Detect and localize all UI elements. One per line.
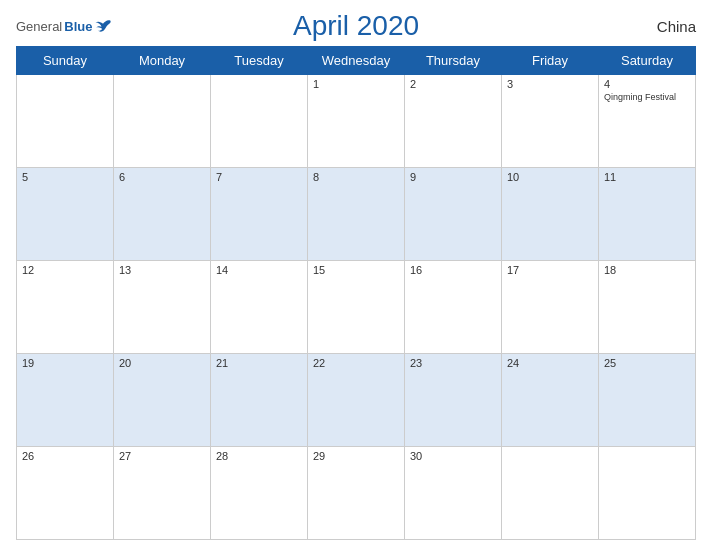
day-number: 8 [313,171,399,183]
table-row: 8 [308,168,405,261]
logo-blue-text: Blue [64,19,92,34]
day-number: 25 [604,357,690,369]
day-number: 12 [22,264,108,276]
calendar-table: Sunday Monday Tuesday Wednesday Thursday… [16,46,696,540]
day-number: 18 [604,264,690,276]
calendar-week-row: 1234Qingming Festival [17,75,696,168]
table-row: 30 [405,447,502,540]
day-number: 24 [507,357,593,369]
calendar-header: General Blue April 2020 China [16,10,696,42]
table-row: 5 [17,168,114,261]
day-number: 4 [604,78,690,90]
table-row: 29 [308,447,405,540]
day-number: 11 [604,171,690,183]
day-number: 22 [313,357,399,369]
table-row: 14 [211,261,308,354]
table-row [599,447,696,540]
day-number: 13 [119,264,205,276]
col-tuesday: Tuesday [211,47,308,75]
calendar-week-row: 567891011 [17,168,696,261]
table-row: 15 [308,261,405,354]
table-row: 12 [17,261,114,354]
table-row: 16 [405,261,502,354]
table-row: 2 [405,75,502,168]
calendar-week-row: 19202122232425 [17,354,696,447]
table-row: 9 [405,168,502,261]
table-row: 13 [114,261,211,354]
col-sunday: Sunday [17,47,114,75]
day-number: 27 [119,450,205,462]
col-wednesday: Wednesday [308,47,405,75]
day-number: 26 [22,450,108,462]
table-row: 26 [17,447,114,540]
table-row: 4Qingming Festival [599,75,696,168]
day-number: 5 [22,171,108,183]
day-number: 19 [22,357,108,369]
table-row: 27 [114,447,211,540]
day-number: 16 [410,264,496,276]
table-row: 19 [17,354,114,447]
month-title: April 2020 [293,10,419,42]
day-number: 7 [216,171,302,183]
bird-icon [94,19,112,33]
calendar-week-row: 12131415161718 [17,261,696,354]
table-row: 20 [114,354,211,447]
table-row: 17 [502,261,599,354]
table-row [211,75,308,168]
table-row: 3 [502,75,599,168]
day-number: 14 [216,264,302,276]
table-row: 10 [502,168,599,261]
col-thursday: Thursday [405,47,502,75]
event-label: Qingming Festival [604,92,690,102]
table-row: 28 [211,447,308,540]
table-row: 24 [502,354,599,447]
table-row: 6 [114,168,211,261]
table-row [502,447,599,540]
logo-general-text: General [16,19,62,34]
table-row: 21 [211,354,308,447]
day-number: 3 [507,78,593,90]
day-number: 6 [119,171,205,183]
table-row: 11 [599,168,696,261]
day-number: 21 [216,357,302,369]
logo: General Blue [16,19,106,34]
table-row: 22 [308,354,405,447]
country-label: China [606,18,696,35]
weekday-header-row: Sunday Monday Tuesday Wednesday Thursday… [17,47,696,75]
table-row: 23 [405,354,502,447]
col-monday: Monday [114,47,211,75]
table-row: 25 [599,354,696,447]
col-friday: Friday [502,47,599,75]
day-number: 30 [410,450,496,462]
table-row: 1 [308,75,405,168]
calendar-week-row: 2627282930 [17,447,696,540]
table-row [114,75,211,168]
day-number: 29 [313,450,399,462]
table-row: 7 [211,168,308,261]
day-number: 15 [313,264,399,276]
logo-blue-section: Blue [64,19,112,34]
col-saturday: Saturday [599,47,696,75]
day-number: 28 [216,450,302,462]
day-number: 2 [410,78,496,90]
day-number: 20 [119,357,205,369]
table-row: 18 [599,261,696,354]
day-number: 17 [507,264,593,276]
day-number: 23 [410,357,496,369]
day-number: 1 [313,78,399,90]
table-row [17,75,114,168]
day-number: 10 [507,171,593,183]
day-number: 9 [410,171,496,183]
